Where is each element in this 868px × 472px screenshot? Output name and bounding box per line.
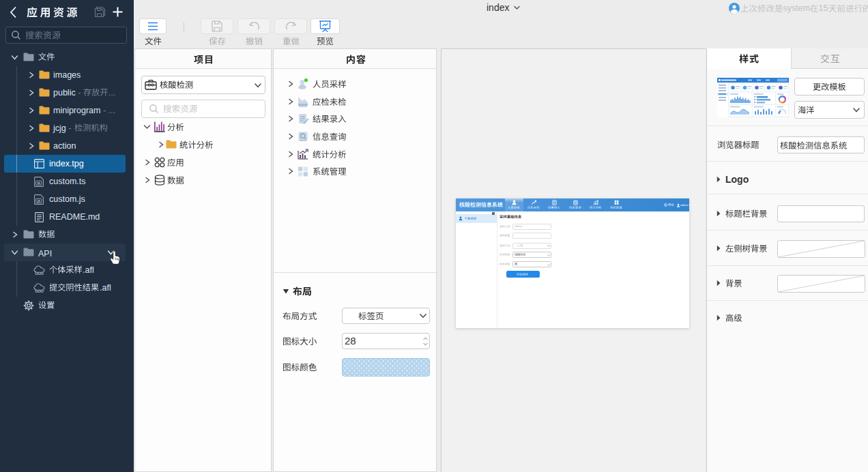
svg-text:ts: ts — [37, 181, 40, 185]
svg-text:js: js — [37, 198, 40, 203]
